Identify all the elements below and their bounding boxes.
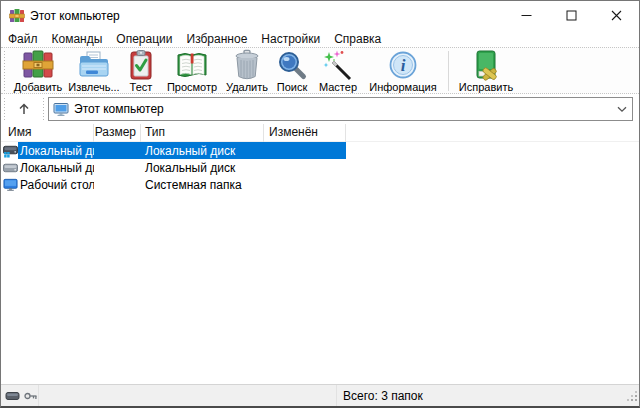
toolbar: Добавить Извлечь... <box>1 47 639 94</box>
menu-help[interactable]: Справка <box>327 31 388 47</box>
column-header-type[interactable]: Тип <box>141 124 264 142</box>
address-gripper-combo[interactable] <box>42 98 46 120</box>
menu-bar: Файл Команды Операции Избранное Настройк… <box>1 30 639 47</box>
maximize-icon <box>566 10 577 21</box>
status-bar: Всего: 3 папок <box>1 384 639 406</box>
info-button[interactable]: i Информация <box>363 48 443 93</box>
window-title: Этот компьютер <box>30 9 504 23</box>
row-type: Системная папка <box>141 178 264 192</box>
system-drive-icon <box>1 143 18 158</box>
drive-icon[interactable] <box>5 391 20 401</box>
extract-button-label: Извлечь... <box>68 81 119 93</box>
extract-button[interactable]: Извлечь... <box>67 48 121 93</box>
delete-button[interactable]: Удалить <box>223 48 271 93</box>
chevron-down-icon[interactable] <box>612 98 632 120</box>
table-row[interactable]: Локальный дис... Локальный диск <box>1 159 639 176</box>
find-button-label: Поиск <box>277 81 307 93</box>
key-icon[interactable] <box>23 391 38 401</box>
table-row[interactable]: Рабочий стол Системная папка <box>1 176 639 193</box>
add-archive-icon <box>22 49 54 81</box>
wizard-button-label: Мастер <box>319 81 357 93</box>
svg-text:i: i <box>401 56 406 75</box>
row-name: Рабочий стол <box>18 178 94 192</box>
info-icon: i <box>387 49 419 81</box>
column-header-name[interactable]: Имя <box>1 124 94 142</box>
title-bar[interactable]: Этот компьютер <box>1 1 639 30</box>
add-button[interactable]: Добавить <box>9 48 67 93</box>
table-row[interactable]: Локальный дис... Локальный диск <box>1 142 639 159</box>
minimize-button[interactable] <box>504 1 549 30</box>
desktop-icon <box>1 177 18 192</box>
search-icon <box>276 49 308 81</box>
row-type: Локальный диск <box>141 144 264 158</box>
status-pane-message <box>39 385 337 406</box>
menu-options[interactable]: Настройки <box>254 31 327 47</box>
menu-favorites[interactable]: Избранное <box>180 31 255 47</box>
info-button-label: Информация <box>369 81 436 93</box>
up-arrow-icon <box>17 102 31 116</box>
test-button[interactable]: Тест <box>121 48 161 93</box>
repair-button-label: Исправить <box>459 81 513 93</box>
close-icon <box>611 10 622 21</box>
extract-icon <box>78 49 110 81</box>
delete-icon <box>231 49 263 81</box>
delete-button-label: Удалить <box>226 81 268 93</box>
view-icon <box>176 49 208 81</box>
sort-ascending-icon <box>21 124 30 140</box>
column-header-modified[interactable]: Изменён <box>264 124 346 142</box>
computer-icon <box>53 101 69 117</box>
winrar-window: Этот компьютер Файл Команды Операции Изб… <box>0 0 640 408</box>
test-button-label: Тест <box>130 81 153 93</box>
winrar-logo-icon <box>9 8 25 24</box>
address-value: Этот компьютер <box>74 102 612 116</box>
hard-drive-icon <box>1 160 18 175</box>
find-button[interactable]: Поиск <box>271 48 313 93</box>
toolbar-gripper[interactable] <box>3 51 7 91</box>
toolbar-separator <box>448 51 449 91</box>
minimize-icon <box>521 10 532 21</box>
selected-row-highlight[interactable]: Локальный дис... Локальный диск <box>18 142 346 159</box>
menu-tools[interactable]: Операции <box>109 31 179 47</box>
row-type: Локальный диск <box>141 161 264 175</box>
list-header: Имя Размер Тип Изменён <box>1 124 639 142</box>
close-button[interactable] <box>594 1 639 30</box>
add-button-label: Добавить <box>14 81 63 93</box>
menu-file[interactable]: Файл <box>1 31 45 47</box>
address-bar: Этот компьютер <box>1 94 639 124</box>
wizard-button[interactable]: Мастер <box>313 48 363 93</box>
column-header-size[interactable]: Размер <box>94 124 141 142</box>
status-pane-total: Всего: 3 папок <box>337 385 639 406</box>
view-button-label: Просмотр <box>167 81 217 93</box>
repair-button[interactable]: Исправить <box>454 48 518 93</box>
status-pane-icons <box>1 385 39 406</box>
file-list[interactable]: Локальный дис... Локальный диск Локальны… <box>1 142 639 384</box>
address-gripper-left[interactable] <box>3 98 7 120</box>
repair-icon <box>470 49 502 81</box>
status-total-text: Всего: 3 папок <box>343 389 423 403</box>
address-combo[interactable]: Этот компьютер <box>48 97 633 121</box>
menu-commands[interactable]: Команды <box>45 31 110 47</box>
row-name: Локальный дис... <box>18 161 94 175</box>
view-button[interactable]: Просмотр <box>161 48 223 93</box>
up-one-level-button[interactable] <box>9 97 39 121</box>
test-icon <box>125 49 157 81</box>
resize-grip[interactable] <box>626 390 638 405</box>
row-name: Локальный дис... <box>18 144 94 158</box>
wizard-icon <box>322 49 354 81</box>
maximize-button[interactable] <box>549 1 594 30</box>
